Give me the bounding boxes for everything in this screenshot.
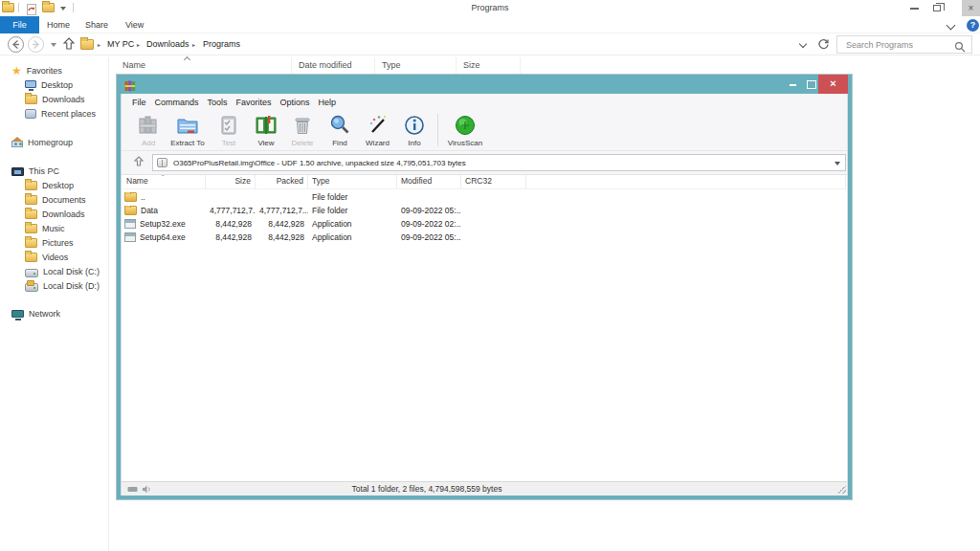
refresh-icon[interactable] bbox=[817, 37, 830, 55]
toolbar-separator bbox=[437, 114, 438, 146]
winrar-close-button[interactable]: × bbox=[818, 75, 848, 94]
star-icon: ★ bbox=[11, 65, 22, 77]
wr-row-setup32[interactable]: Setup32.exe 8,442,928 8,442,928 Applicat… bbox=[122, 217, 846, 231]
toolbar-test-button[interactable]: Test bbox=[209, 111, 249, 147]
explorer-window-title: Programs bbox=[0, 3, 980, 12]
winrar-titlebar[interactable]: × bbox=[121, 78, 848, 94]
toolbar-delete-button[interactable]: Delete bbox=[283, 111, 322, 147]
explorer-column-date[interactable]: Date modified bbox=[299, 60, 352, 70]
address-dropdown-chevron-icon[interactable] bbox=[800, 41, 808, 49]
menu-file[interactable]: File bbox=[132, 98, 146, 107]
wr-column-filler bbox=[526, 175, 846, 188]
crumb-separator3: ▸ bbox=[192, 41, 195, 48]
winrar-address-combo[interactable]: O365ProPlusRetail.img\Office - UDF 1.50 … bbox=[152, 154, 846, 171]
computer-icon bbox=[11, 167, 24, 176]
address-bar-row: ▸ MY PC ▸ Downloads ▸ Programs Search Pr… bbox=[0, 33, 980, 55]
sidebar-item-pc-videos[interactable]: Videos bbox=[25, 251, 68, 264]
sidebar-item-pc-documents[interactable]: Documents bbox=[25, 193, 86, 207]
winrar-address-text: O365ProPlusRetail.img\Office - UDF 1.50 … bbox=[173, 159, 466, 167]
up-button[interactable] bbox=[63, 37, 75, 51]
folder-icon bbox=[25, 195, 37, 205]
toolbar-view-button[interactable]: View bbox=[249, 111, 283, 147]
explorer-column-type[interactable]: Type bbox=[382, 60, 401, 70]
sidebar-item-pc-pictures[interactable]: Pictures bbox=[25, 236, 74, 250]
folder-icon bbox=[25, 181, 37, 190]
explorer-sort-caret-icon bbox=[184, 56, 190, 63]
menu-options[interactable]: Options bbox=[280, 98, 310, 107]
winrar-up-button[interactable] bbox=[128, 154, 149, 171]
menu-favorites[interactable]: Favorites bbox=[236, 98, 272, 107]
toolbar-virusscan-button[interactable]: VirusScan bbox=[444, 111, 486, 147]
wr-column-name[interactable]: Nameˆ bbox=[122, 175, 206, 188]
wr-column-size[interactable]: Size bbox=[206, 175, 256, 188]
tab-file[interactable]: File bbox=[0, 16, 39, 33]
crumb-separator: ▸ bbox=[98, 41, 100, 48]
sidebar-item-pc-downloads[interactable]: Downloads bbox=[25, 208, 85, 221]
wr-column-packed[interactable]: Packed bbox=[256, 175, 308, 188]
help-icon[interactable]: ? bbox=[967, 19, 979, 32]
folder-icon bbox=[25, 238, 37, 248]
menu-tools[interactable]: Tools bbox=[208, 98, 228, 107]
sidebar-item-network[interactable]: Network bbox=[11, 307, 60, 320]
crumb-separator2: ▸ bbox=[137, 41, 140, 48]
tab-view[interactable]: View bbox=[125, 16, 144, 33]
toolbar-info-button[interactable]: Info bbox=[397, 111, 432, 147]
tab-home[interactable]: Home bbox=[47, 16, 70, 33]
sidebar-divider bbox=[108, 57, 109, 551]
application-icon bbox=[124, 232, 136, 242]
back-button[interactable] bbox=[8, 36, 24, 53]
explorer-close-button[interactable]: × bbox=[962, 0, 980, 16]
menu-commands[interactable]: Commands bbox=[155, 98, 199, 107]
winrar-minimize-button[interactable] bbox=[785, 75, 802, 94]
sidebar-item-pc-music[interactable]: Music bbox=[25, 222, 65, 235]
winrar-app-icon bbox=[124, 80, 136, 92]
sidebar-item-this-pc[interactable]: This PC bbox=[11, 165, 59, 178]
sidebar-item-favorites[interactable]: ★Favorites bbox=[11, 64, 62, 77]
sidebar-item-local-disk-d[interactable]: Local Disk (D:) bbox=[25, 279, 100, 293]
explorer-minimize-button[interactable] bbox=[903, 0, 924, 16]
drive-d-icon bbox=[25, 283, 38, 292]
wr-sort-caret-icon: ˆ bbox=[162, 174, 164, 181]
combo-dropdown-caret[interactable] bbox=[835, 162, 840, 165]
resize-grip[interactable] bbox=[837, 485, 846, 494]
toolbar-add-button[interactable]: Add bbox=[130, 111, 167, 147]
history-dropdown-caret[interactable] bbox=[51, 43, 56, 47]
tab-share[interactable]: Share bbox=[85, 16, 108, 33]
toolbar-find-button[interactable]: Find bbox=[322, 111, 358, 147]
winrar-status-text: Total 1 folder, 2 files, 4,794,598,559 b… bbox=[121, 484, 733, 494]
search-input[interactable]: Search Programs bbox=[836, 35, 972, 54]
sidebar-item-fav-desktop[interactable]: Desktop bbox=[25, 78, 73, 92]
winrar-statusbar: Total 1 folder, 2 files, 4,794,598,559 b… bbox=[121, 481, 848, 496]
breadcrumb-mypc[interactable]: MY PC bbox=[107, 39, 134, 49]
menu-help[interactable]: Help bbox=[319, 98, 337, 107]
find-icon bbox=[327, 113, 352, 138]
wr-column-modified[interactable]: Modified bbox=[397, 175, 461, 188]
folder-icon bbox=[124, 192, 137, 202]
wr-row-data[interactable]: Data 4,777,712,7... 4,777,712,7... File … bbox=[122, 204, 846, 217]
sidebar-item-recent-places[interactable]: Recent places bbox=[25, 107, 96, 121]
explorer-restore-button[interactable] bbox=[926, 0, 947, 16]
search-icon[interactable] bbox=[954, 39, 966, 56]
folder-icon bbox=[25, 95, 37, 104]
sidebar-item-pc-desktop[interactable]: Desktop bbox=[25, 179, 74, 192]
breadcrumb-programs[interactable]: Programs bbox=[203, 39, 240, 49]
sidebar-item-fav-downloads[interactable]: Downloads bbox=[25, 93, 85, 106]
toolbar-extract-button[interactable]: Extract To bbox=[167, 111, 209, 147]
forward-button[interactable] bbox=[28, 36, 44, 53]
explorer-column-size[interactable]: Size bbox=[463, 60, 480, 70]
toolbar-wizard-button[interactable]: Wizard bbox=[358, 111, 397, 147]
winrar-window: × File Commands Tools Favorites Options … bbox=[117, 75, 852, 499]
breadcrumb-downloads[interactable]: Downloads bbox=[146, 39, 189, 49]
explorer-column-name[interactable]: Name bbox=[122, 60, 145, 70]
folder-icon bbox=[25, 209, 37, 219]
network-icon bbox=[11, 310, 24, 318]
wr-column-crc[interactable]: CRC32 bbox=[461, 175, 526, 188]
wr-row-setup64[interactable]: Setup64.exe 8,442,928 8,442,928 Applicat… bbox=[122, 231, 846, 244]
ribbon-expand-chevron-icon[interactable] bbox=[947, 22, 955, 30]
folder-icon bbox=[25, 224, 37, 233]
explorer-colsep3 bbox=[456, 57, 457, 74]
wr-column-type[interactable]: Type bbox=[308, 175, 397, 188]
sidebar-item-homegroup[interactable]: Homegroup bbox=[11, 136, 73, 149]
wr-row-updir[interactable]: .. File folder bbox=[122, 190, 846, 204]
sidebar-item-local-disk-c[interactable]: Local Disk (C:) bbox=[25, 265, 100, 278]
